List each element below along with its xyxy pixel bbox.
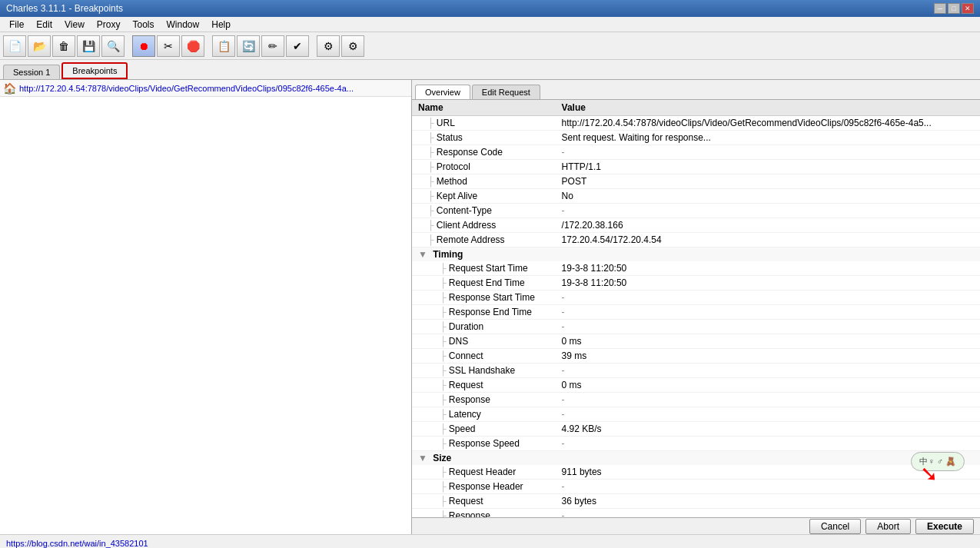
table-row: ├ DNS0 ms [412,334,980,349]
table-row: ├ Request Start Time19-3-8 11:20:50 [412,261,980,276]
execute-button[interactable]: Execute [915,519,974,534]
watermark: 中♀ ♂ 🧸 [911,452,965,471]
minimize-button[interactable]: ─ [934,3,946,14]
menu-proxy[interactable]: Proxy [91,18,127,32]
table-row: ├ Connect39 ms [412,349,980,364]
tab-bar: Session 1 Breakpoints [0,60,980,80]
open-button[interactable]: 📂 [28,35,51,57]
check-button[interactable]: ✔ [286,35,309,57]
col-name: Name [412,100,556,116]
section-size: ▼ Size [412,451,980,466]
intercept-button[interactable]: ✂ [157,35,180,57]
tab-edit-request[interactable]: Edit Request [472,85,540,99]
table-row: ├ ProtocolHTTP/1.1 [412,160,980,174]
table-row: ├ Request0 ms [412,378,980,393]
menu-file[interactable]: File [3,18,30,32]
record-button[interactable]: ⏺ [132,35,155,57]
new-button[interactable]: 📄 [3,35,26,57]
menu-help[interactable]: Help [205,18,237,32]
table-row: ├ Kept AliveNo [412,189,980,204]
table-row: ├ Duration- [412,320,980,334]
table-row: ├ Request End Time19-3-8 11:20:50 [412,276,980,291]
table-row: ├ MethodPOST [412,174,980,189]
right-tab-bar: Overview Edit Request [412,80,980,100]
tab-overview[interactable]: Overview [415,85,470,99]
table-row: ├ Request36 bytes [412,494,980,509]
col-value: Value [556,100,980,116]
table-row: ├ Response- [412,509,980,518]
tools-button[interactable]: ⚙ [317,35,340,57]
overview-table: Name Value ├ URLhttp://172.20.4.54:7878/… [412,100,980,517]
window-controls: ─ □ ✕ [934,3,974,14]
table-row: ├ Content-Type- [412,204,980,218]
save-button[interactable]: 💾 [77,35,100,57]
home-icon: 🏠 [3,82,16,95]
delete-button[interactable]: 🗑 [52,35,75,57]
bottom-bar: Cancel Abort Execute [412,517,980,534]
table-row: ├ Response Code- [412,145,980,160]
breadcrumb: 🏠 http://172.20.4.54:7878/videoClips/Vid… [0,80,411,97]
maximize-button[interactable]: □ [948,3,960,14]
right-panel: Overview Edit Request Name Value ├ URLht… [412,80,980,534]
cancel-button[interactable]: Cancel [809,519,861,534]
menu-edit[interactable]: Edit [30,18,58,32]
section-timing: ▼ Timing [412,247,980,262]
copy-button[interactable]: 📋 [212,35,235,57]
tab-session1[interactable]: Session 1 [3,65,60,79]
table-row: ├ Latency- [412,407,980,422]
table-row: ├ Response Speed- [412,437,980,451]
menu-view[interactable]: View [58,18,91,32]
table-row: ├ Client Address/172.20.38.166 [412,218,980,233]
status-url: https://blog.csdn.net/wai/in_43582101 [6,539,148,548]
table-row: ├ Remote Address172.20.4.54/172.20.4.54 [412,233,980,247]
settings-button[interactable]: ⚙ [341,35,364,57]
main-area: 🏠 http://172.20.4.54:7878/videoClips/Vid… [0,80,980,534]
table-row: ├ Response End Time- [412,305,980,320]
table-row: ├ StatusSent request. Waiting for respon… [412,131,980,145]
overview-content[interactable]: Name Value ├ URLhttp://172.20.4.54:7878/… [412,100,980,517]
status-bar: https://blog.csdn.net/wai/in_43582101 [0,534,980,548]
tab-breakpoints[interactable]: Breakpoints [61,62,128,79]
table-row: ├ Response- [412,393,980,407]
window-title: Charles 3.11.1 - Breakpoints [6,3,123,14]
refresh-button[interactable]: 🔄 [237,35,260,57]
title-bar: Charles 3.11.1 - Breakpoints ─ □ ✕ [0,0,980,17]
table-row: ├ Speed4.92 KB/s [412,422,980,437]
toolbar: 📄 📂 🗑 💾 🔍 ⏺ ✂ 🛑 📋 🔄 ✏ ✔ ⚙ ⚙ [0,32,980,60]
table-row: ├ URLhttp://172.20.4.54:7878/videoClips/… [412,116,980,131]
table-row: ├ Response Header- [412,480,980,494]
find-button[interactable]: 🔍 [101,35,125,57]
stop-button[interactable]: 🛑 [181,35,204,57]
menu-window[interactable]: Window [161,18,206,32]
table-row: ├ Response Start Time- [412,291,980,305]
abort-button[interactable]: Abort [865,519,911,534]
left-panel: 🏠 http://172.20.4.54:7878/videoClips/Vid… [0,80,412,534]
table-row: ├ Request Header911 bytes [412,465,980,480]
close-button[interactable]: ✕ [962,3,974,14]
red-arrow-icon: ➘ [920,461,938,487]
table-row: ├ SSL Handshake- [412,364,980,378]
menu-tools[interactable]: Tools [127,18,161,32]
breadcrumb-url: http://172.20.4.54:7878/videoClips/Video… [19,84,354,93]
edit-button[interactable]: ✏ [261,35,284,57]
menu-bar: File Edit View Proxy Tools Window Help [0,17,980,32]
